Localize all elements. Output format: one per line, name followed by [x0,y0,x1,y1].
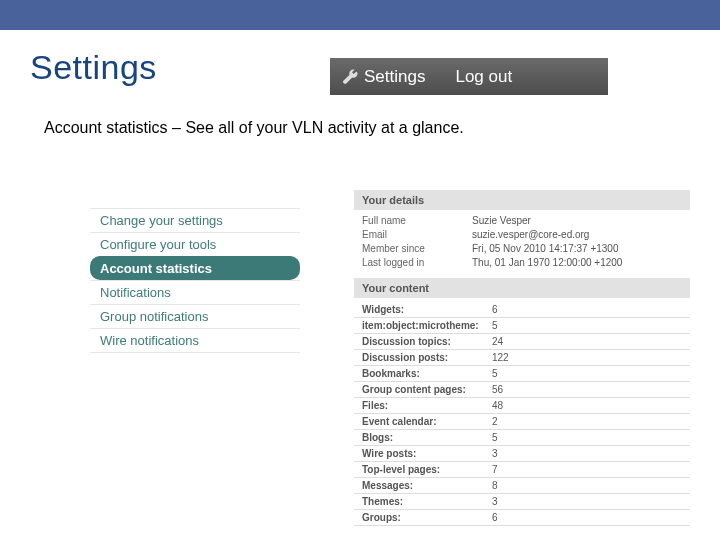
stat-label: Discussion topics: [362,336,492,347]
stat-row: Discussion topics:24 [354,334,690,350]
settings-sidebar: Change your settingsConfigure your tools… [90,190,300,526]
stat-value: 5 [492,432,682,443]
stat-value: 5 [492,320,682,331]
sidebar-item-label: Group notifications [100,309,208,324]
detail-value: Thu, 01 Jan 1970 12:00:00 +1200 [472,257,682,268]
details-header: Your details [354,190,690,210]
stat-value: 8 [492,480,682,491]
stat-label: Blogs: [362,432,492,443]
stat-label: Bookmarks: [362,368,492,379]
stat-label: Group content pages: [362,384,492,395]
stat-row: Blogs:5 [354,430,690,446]
stat-row: Top-level pages:7 [354,462,690,478]
stat-row: Messages:8 [354,478,690,494]
sidebar-item-configure-your-tools[interactable]: Configure your tools [90,232,300,256]
detail-row: Emailsuzie.vesper@core-ed.org [354,228,690,242]
stat-row: Bookmarks:5 [354,366,690,382]
stat-value: 7 [492,464,682,475]
detail-label: Full name [362,215,472,226]
detail-value: Fri, 05 Nov 2010 14:17:37 +1300 [472,243,682,254]
stat-value: 6 [492,304,682,315]
stat-value: 48 [492,400,682,411]
detail-row: Full nameSuzie Vesper [354,214,690,228]
detail-row: Member sinceFri, 05 Nov 2010 14:17:37 +1… [354,242,690,256]
stat-row: item:object:microtheme:5 [354,318,690,334]
detail-value: Suzie Vesper [472,215,682,226]
stat-value: 122 [492,352,682,363]
sidebar-item-label: Account statistics [100,261,212,276]
sidebar-item-label: Change your settings [100,213,223,228]
stat-label: Messages: [362,480,492,491]
stat-value: 56 [492,384,682,395]
detail-label: Last logged in [362,257,472,268]
stat-row: Event calendar:2 [354,414,690,430]
stat-row: Themes:3 [354,494,690,510]
stat-label: Discussion posts: [362,352,492,363]
stat-value: 6 [492,512,682,523]
detail-label: Member since [362,243,472,254]
content-area: Change your settingsConfigure your tools… [90,190,690,526]
stat-label: Top-level pages: [362,464,492,475]
stat-label: Wire posts: [362,448,492,459]
sidebar-item-label: Notifications [100,285,171,300]
sidebar-item-wire-notifications[interactable]: Wire notifications [90,328,300,353]
stat-row: Group content pages:56 [354,382,690,398]
sidebar-item-label: Configure your tools [100,237,216,252]
stats-panel: Your details Full nameSuzie VesperEmails… [354,190,690,526]
stat-row: Groups:6 [354,510,690,526]
subtitle-text: Account statistics – See all of your VLN… [0,97,720,137]
stat-label: Event calendar: [362,416,492,427]
stat-label: Files: [362,400,492,411]
detail-label: Email [362,229,472,240]
detail-value: suzie.vesper@core-ed.org [472,229,682,240]
stat-value: 3 [492,496,682,507]
stat-label: item:object:microtheme: [362,320,492,331]
stat-label: Widgets: [362,304,492,315]
wrench-icon [342,69,358,85]
stat-value: 5 [492,368,682,379]
stat-value: 2 [492,416,682,427]
nav-pill: Settings Log out [330,58,608,95]
sidebar-item-account-statistics[interactable]: Account statistics [90,256,300,280]
stat-label: Themes: [362,496,492,507]
settings-nav-button[interactable]: Settings [364,67,455,87]
stat-label: Groups: [362,512,492,523]
sidebar-item-label: Wire notifications [100,333,199,348]
stat-value: 24 [492,336,682,347]
logout-nav-button[interactable]: Log out [455,67,512,87]
sidebar-item-change-your-settings[interactable]: Change your settings [90,208,300,232]
stat-value: 3 [492,448,682,459]
stat-row: Widgets:6 [354,302,690,318]
content-header: Your content [354,278,690,298]
stat-row: Discussion posts:122 [354,350,690,366]
stat-row: Files:48 [354,398,690,414]
sidebar-item-group-notifications[interactable]: Group notifications [90,304,300,328]
stat-row: Wire posts:3 [354,446,690,462]
detail-row: Last logged inThu, 01 Jan 1970 12:00:00 … [354,256,690,270]
sidebar-item-notifications[interactable]: Notifications [90,280,300,304]
top-bar [0,0,720,30]
